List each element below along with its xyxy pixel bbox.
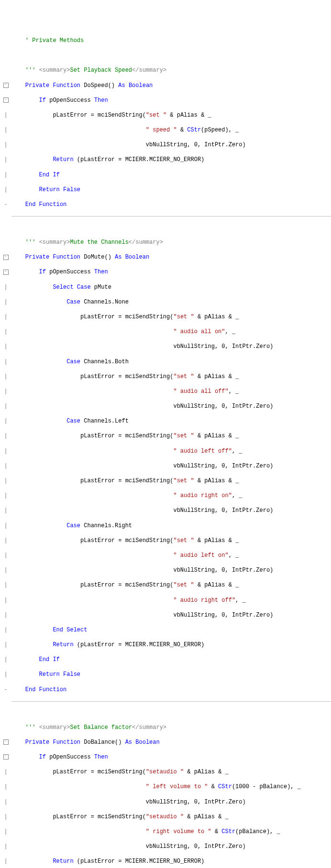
fold-icon[interactable]: -: [3, 255, 9, 260]
summary-balance: Set Balance factor: [70, 724, 132, 731]
summary-speed: Set Playback Speed: [70, 67, 132, 74]
separator: [11, 701, 331, 702]
fold-icon[interactable]: -: [3, 739, 9, 745]
fold-icon[interactable]: -: [3, 98, 9, 103]
fn-dospeed: DoSpeed(): [84, 82, 115, 89]
fold-icon[interactable]: -: [3, 83, 9, 88]
region-comment: ' Private Methods: [25, 37, 84, 44]
fn-dobalance: DoBalance(): [84, 739, 121, 746]
fold-icon[interactable]: -: [3, 754, 9, 760]
separator: [11, 216, 331, 217]
summary-mute: Mute the Channels: [70, 239, 128, 246]
fold-icon[interactable]: -: [3, 270, 9, 275]
code-editor[interactable]: ' Private Methods ''' <summary>Set Playb…: [0, 30, 331, 868]
fn-domute: DoMute(): [84, 254, 111, 260]
